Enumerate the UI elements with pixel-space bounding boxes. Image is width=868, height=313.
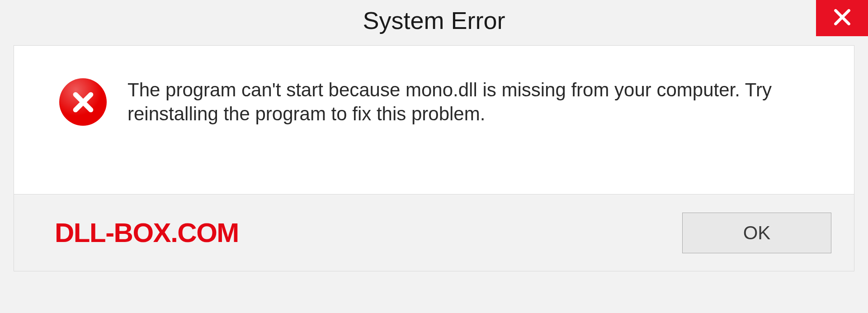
content-panel: The program can't start because mono.dll… — [14, 45, 854, 194]
footer-bar: DLL-BOX.COM OK — [14, 194, 854, 271]
error-message: The program can't start because mono.dll… — [127, 78, 827, 126]
window-title: System Error — [363, 6, 505, 34]
close-icon — [832, 7, 852, 29]
ok-button[interactable]: OK — [682, 213, 831, 253]
close-button[interactable] — [816, 0, 868, 36]
watermark-text: DLL-BOX.COM — [55, 217, 239, 248]
title-bar: System Error — [0, 0, 868, 41]
error-icon — [59, 78, 107, 126]
